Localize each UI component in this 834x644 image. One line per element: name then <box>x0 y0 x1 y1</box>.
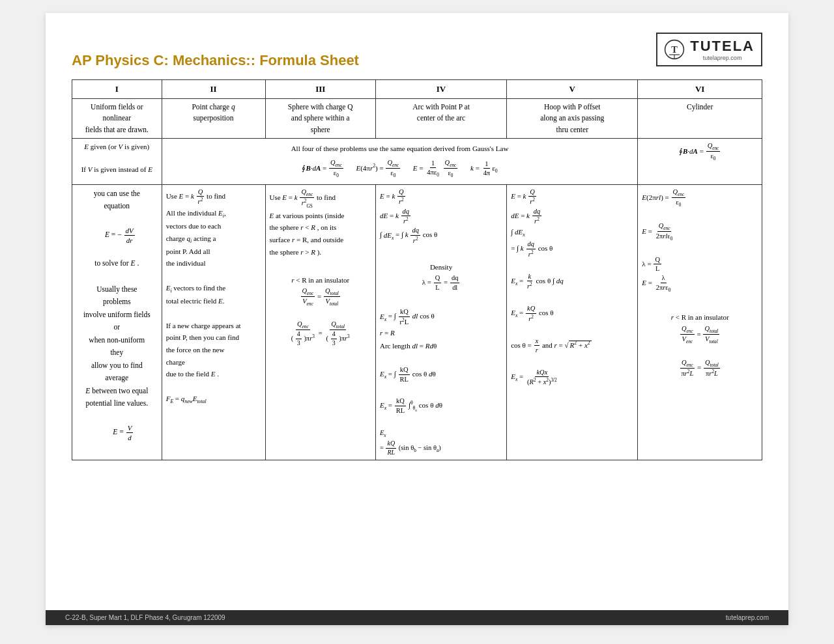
main-col3: Use E = k Qencr2GS to find E at various … <box>265 184 375 460</box>
main-col2: Use E = k Qr2 to find All the individual… <box>162 184 265 460</box>
col-header-5: V <box>507 80 638 99</box>
formula-table: I II III IV V VI Uniform fields ornonlin… <box>72 79 762 460</box>
col-header-4: IV <box>375 80 506 99</box>
footer-bar: C-22-B, Super Mart 1, DLF Phase 4, Gurug… <box>46 610 788 625</box>
logo-box: T TUTELA tutelaprep.com <box>656 33 762 66</box>
title-area: AP Physics C: Mechanics:: Formula Sheet <box>72 33 359 69</box>
logo-icon: T <box>664 39 685 60</box>
col-title-5: Hoop with P offsetalong an axis passingt… <box>507 99 638 139</box>
col-title-4: Arc with Point P atcenter of the arc <box>375 99 506 139</box>
gauss-row: E given (or V is given) If V is given in… <box>72 138 762 184</box>
main-content-row: you can use the equation E = − dVdr to s… <box>72 184 762 460</box>
col-title-1: Uniform fields ornonlinearfields that ar… <box>72 99 162 139</box>
gauss-col6: ∮B·dA = Qencε0 <box>638 138 762 184</box>
footer-address: C-22-B, Super Mart 1, DLF Phase 4, Gurug… <box>65 614 225 621</box>
main-col5: E = k Qr2 dE = k dqr2 ∫ dEx = ∫ k dqr2 c… <box>507 184 638 460</box>
header: AP Physics C: Mechanics:: Formula Sheet … <box>72 33 762 69</box>
main-col4: E = k Qr2 dE = k dqr2 ∫ dEx = ∫ k dqr2 c… <box>375 184 506 460</box>
main-col6: E(2πrl) = Qencε0 E = Qenc2πrlε0 λ = QL E… <box>638 184 762 460</box>
svg-text:T: T <box>671 44 678 55</box>
col-title-3: Sphere with charge Qand sphere within as… <box>265 99 375 139</box>
gauss-col1: E given (or V is given) If V is given in… <box>72 138 162 184</box>
logo-text-area: TUTELA tutelaprep.com <box>690 38 755 61</box>
footer-website: tutelaprep.com <box>726 614 769 621</box>
page: AP Physics C: Mechanics:: Formula Sheet … <box>46 13 788 625</box>
col-header-3: III <box>265 80 375 99</box>
page-title: AP Physics C: Mechanics:: Formula Sheet <box>72 52 359 69</box>
col-header-2: II <box>162 80 265 99</box>
logo-brand: TUTELA <box>690 38 755 54</box>
gauss-center: All four of these problems use the same … <box>162 138 638 184</box>
col-title-2: Point charge qsuperposition <box>162 99 265 139</box>
col-header-1: I <box>72 80 162 99</box>
col-title-6: Cylinder <box>638 99 762 139</box>
logo-sub: tutelaprep.com <box>690 55 755 61</box>
main-col1: you can use the equation E = − dVdr to s… <box>72 184 162 460</box>
col-header-6: VI <box>638 80 762 99</box>
